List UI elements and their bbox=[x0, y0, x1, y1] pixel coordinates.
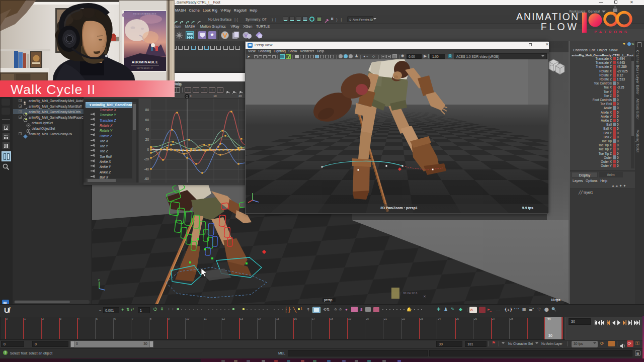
svg-text:40: 40 bbox=[145, 128, 149, 131]
svg-text:SEPTEMBER 27: SEPTEMBER 27 bbox=[137, 67, 153, 69]
svg-text:y: y bbox=[98, 278, 100, 281]
svg-text:13 fps: 13 fps bbox=[551, 298, 560, 302]
svg-text:-20: -20 bbox=[144, 157, 149, 161]
svg-text:ANIMATION: ANIMATION bbox=[516, 11, 579, 22]
svg-text:80: 80 bbox=[145, 108, 149, 112]
svg-text:0: 0 bbox=[147, 148, 149, 151]
svg-text:✕: ✕ bbox=[423, 295, 426, 298]
svg-text:PATRONS: PATRONS bbox=[594, 30, 629, 34]
svg-text:20: 20 bbox=[145, 138, 149, 141]
svg-text:FLOW: FLOW bbox=[541, 21, 579, 32]
svg-text:-60: -60 bbox=[144, 177, 149, 180]
svg-text:persp: persp bbox=[324, 298, 333, 302]
svg-text:60: 60 bbox=[145, 118, 149, 122]
svg-text:2D Pan/Zoom : persp1: 2D Pan/Zoom : persp1 bbox=[380, 206, 418, 210]
svg-text:FROM DREAMWORKS: FROM DREAMWORKS bbox=[133, 13, 156, 15]
svg-text:5.9 fps: 5.9 fps bbox=[522, 206, 533, 210]
svg-text:-40: -40 bbox=[144, 167, 149, 171]
svg-text:30 24 12 6: 30 24 12 6 bbox=[403, 292, 418, 295]
svg-text:ABOMINABLE: ABOMINABLE bbox=[132, 60, 158, 64]
